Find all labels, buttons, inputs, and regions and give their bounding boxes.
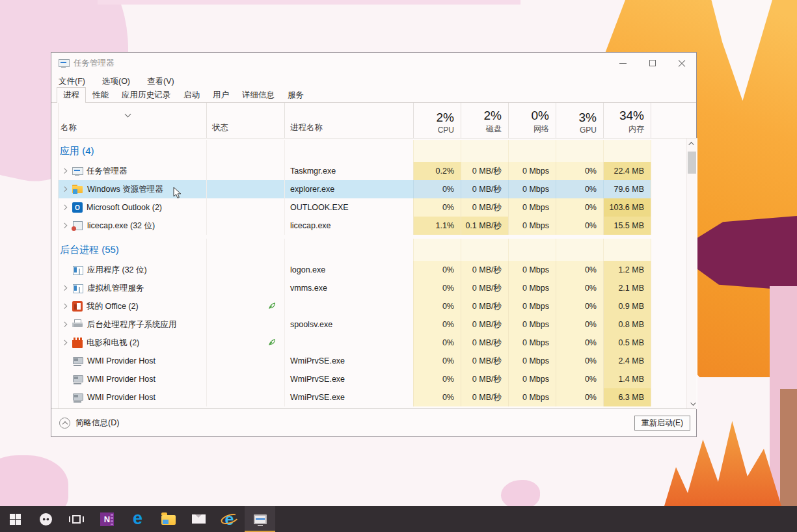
- gpu-value: 0%: [585, 185, 597, 194]
- memory-value-cell: 0.8 MB: [603, 315, 651, 334]
- process-row[interactable]: WMI Provider HostWmiPrvSE.exe0%0 MB/秒0 M…: [59, 388, 697, 406]
- vertical-scrollbar[interactable]: [686, 139, 696, 409]
- generic-app-icon: [72, 283, 83, 293]
- taskview-icon: [72, 515, 81, 524]
- chevron-right-icon: [62, 223, 67, 228]
- process-row[interactable]: 虚拟机管理服务vmms.exe0%0 MB/秒0 Mbps0%2.1 MB: [59, 279, 697, 297]
- minimize-button[interactable]: [608, 53, 638, 73]
- process-name-label: Windows 资源管理器: [87, 184, 163, 195]
- restart-button[interactable]: 重新启动(E): [634, 416, 690, 431]
- expand-chevron[interactable]: [61, 341, 68, 345]
- process-row[interactable]: 应用程序 (32 位)logon.exe0%0 MB/秒0 Mbps0%1.2 …: [59, 261, 697, 279]
- tab-startup[interactable]: 启动: [177, 87, 206, 103]
- expand-chevron[interactable]: [61, 304, 68, 308]
- menu-file[interactable]: 文件(F): [59, 76, 85, 87]
- column-header-network[interactable]: 0%网络: [508, 103, 556, 138]
- taskbar-explorer-button[interactable]: [153, 506, 183, 532]
- taskbar-cortana-button[interactable]: [31, 506, 61, 532]
- tab-performance[interactable]: 性能: [86, 87, 115, 103]
- mouse-cursor: [173, 187, 182, 202]
- process-exe-cell: WmiPrvSE.exe: [284, 370, 413, 388]
- taskbar-mail-button[interactable]: [183, 506, 214, 532]
- chevron-right-icon: [62, 322, 67, 327]
- tab-processes[interactable]: 进程: [57, 87, 86, 103]
- taskbar-task-manager-button[interactable]: [245, 506, 275, 532]
- process-status-cell: [206, 297, 284, 315]
- taskbar-start-button[interactable]: [0, 506, 31, 532]
- process-exe-cell: [284, 297, 413, 315]
- process-status-cell: [206, 261, 284, 279]
- folder-window-accent: [73, 189, 77, 194]
- tab-users[interactable]: 用户: [206, 87, 236, 103]
- process-row[interactable]: 任务管理器Taskmgr.exe0.2%0 MB/秒0 Mbps0%22.4 M…: [59, 162, 697, 180]
- maximize-icon: [649, 60, 656, 66]
- network-value: 0 Mbps: [522, 221, 549, 230]
- section-heat-cell: [413, 239, 461, 261]
- chevron-right-icon: [62, 187, 67, 192]
- process-row[interactable]: Microsoft Outlook (2)OUTLOOK.EXE0%0 MB/秒…: [59, 198, 697, 217]
- taskbar-edge-button[interactable]: [122, 506, 153, 532]
- cpu-value-cell: 0%: [413, 334, 461, 352]
- cpu-value-cell: 0%: [413, 198, 461, 217]
- column-header-gpu[interactable]: 3%GPU: [556, 103, 603, 138]
- expand-chevron[interactable]: [61, 323, 68, 326]
- cpu-value: 0%: [442, 375, 454, 384]
- process-row[interactable]: 我的 Office (2)0%0 MB/秒0 Mbps0%0.9 MB: [59, 297, 697, 315]
- column-header-status[interactable]: 状态: [206, 103, 284, 138]
- section-heat-cell: [556, 140, 603, 162]
- disk-value: 0 MB/秒: [472, 319, 502, 330]
- network-value-cell: 0 Mbps: [508, 315, 556, 334]
- network-value: 0 Mbps: [522, 284, 549, 293]
- process-name-cell: 虚拟机管理服务: [59, 279, 206, 297]
- taskbar-taskview-button[interactable]: [61, 506, 92, 532]
- network-value-cell: 0 Mbps: [508, 180, 556, 198]
- section-header-row[interactable]: 应用 (4): [59, 140, 697, 162]
- disk-value-cell: 0 MB/秒: [461, 315, 508, 334]
- section-heat-cell: [461, 239, 508, 261]
- expand-chevron[interactable]: [61, 206, 68, 209]
- expand-chevron[interactable]: [61, 286, 68, 290]
- scrollbar-up-button[interactable]: [687, 139, 697, 149]
- gpu-value: 0%: [585, 338, 597, 347]
- process-row[interactable]: licecap.exe (32 位)licecap.exe1.1%0.1 MB/…: [59, 217, 697, 235]
- menu-options[interactable]: 选项(O): [102, 76, 130, 87]
- gpu-value: 0%: [585, 320, 597, 329]
- column-header-cpu[interactable]: 2%CPU: [413, 103, 461, 138]
- desktop: 任务管理器 文件(F) 选项(O) 查看(V) 进程性能应用历史记录启动用户详细…: [0, 0, 797, 532]
- disk-value-cell: 0 MB/秒: [461, 180, 508, 198]
- process-row[interactable]: WMI Provider HostWmiPrvSE.exe0%0 MB/秒0 M…: [59, 370, 697, 388]
- fewer-details-toggle[interactable]: 简略信息(D): [59, 418, 119, 429]
- process-row[interactable]: WMI Provider HostWmiPrvSE.exe0%0 MB/秒0 M…: [59, 352, 697, 370]
- section-header-row[interactable]: 后台进程 (55): [59, 239, 697, 261]
- maximize-button[interactable]: [638, 53, 667, 73]
- menu-view[interactable]: 查看(V): [147, 76, 174, 87]
- expand-chevron[interactable]: [61, 187, 68, 191]
- network-value-cell: 0 Mbps: [508, 352, 556, 370]
- expand-chevron[interactable]: [61, 224, 68, 228]
- tab-services[interactable]: 服务: [281, 87, 310, 103]
- column-header-memory[interactable]: 34%内存: [603, 103, 651, 138]
- column-header-process-name[interactable]: 进程名称: [284, 103, 413, 138]
- tab-app-history[interactable]: 应用历史记录: [115, 87, 177, 103]
- title-bar[interactable]: 任务管理器: [51, 53, 696, 73]
- process-row[interactable]: Windows 资源管理器explorer.exe0%0 MB/秒0 Mbps0…: [59, 180, 697, 198]
- scrollbar-down-button[interactable]: [687, 399, 697, 409]
- column-header-name[interactable]: 名称: [59, 103, 206, 138]
- tab-details[interactable]: 详细信息: [236, 87, 281, 103]
- suspended-leaf-icon: [267, 301, 277, 312]
- memory-value-cell: 22.4 MB: [603, 162, 651, 180]
- cpu-value-cell: 0%: [413, 279, 461, 297]
- section-process-cell: [284, 239, 413, 261]
- memory-value: 1.2 MB: [618, 265, 644, 274]
- column-header-disk[interactable]: 2%磁盘: [461, 103, 508, 138]
- expand-chevron[interactable]: [61, 169, 68, 173]
- close-button[interactable]: [667, 53, 696, 73]
- process-row[interactable]: 电影和电视 (2)0%0 MB/秒0 Mbps0%0.5 MB: [59, 334, 697, 352]
- network-value-cell: 0 Mbps: [508, 388, 556, 406]
- taskbar-ie-button[interactable]: [214, 506, 245, 532]
- memory-value: 22.4 MB: [614, 166, 644, 176]
- scrollbar-thumb[interactable]: [688, 152, 696, 174]
- taskbar-onenote-button[interactable]: [92, 506, 122, 532]
- cpu-value: 0%: [442, 320, 454, 329]
- process-row[interactable]: 后台处理程序子系统应用spoolsv.exe0%0 MB/秒0 Mbps0%0.…: [59, 315, 697, 334]
